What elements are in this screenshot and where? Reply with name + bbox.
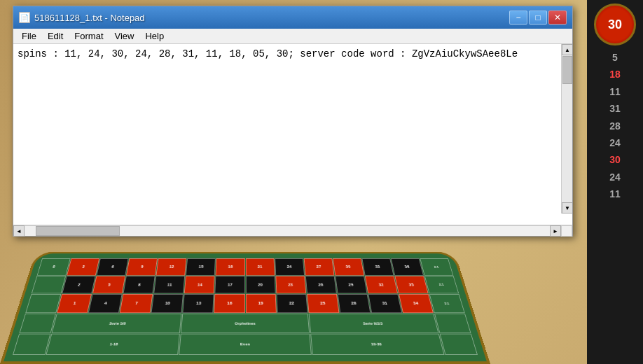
scroll-down-arrow[interactable]: ▼ [562, 202, 572, 214]
roulette-grid: 0 3 6 9 12 15 18 21 24 27 30 33 36 2:1 2… [13, 258, 478, 355]
roulette-cell: 30 [333, 258, 364, 275]
roulette-cell: 2:1 [429, 294, 465, 313]
notepad-window: 📄 518611128_1.txt - Notepad − □ ✕ File E… [13, 6, 573, 237]
roulette-cell: 13 [183, 294, 214, 313]
roulette-cell: 6 [97, 258, 129, 275]
notepad-icon: 📄 [19, 12, 30, 23]
wheel-number-4: 31 [609, 101, 621, 116]
window-title: 518611128_1.txt - Notepad [34, 13, 145, 23]
roulette-cell: 34 [399, 294, 434, 313]
roulette-cell [440, 334, 478, 355]
roulette-cell: 5 [92, 276, 125, 293]
menu-bar: File Edit Format View Help [13, 29, 572, 44]
vertical-scrollbar[interactable]: ▲ ▼ [561, 44, 572, 214]
roulette-cell: Serie 5/8 [52, 314, 182, 333]
scroll-h-thumb[interactable] [36, 226, 120, 236]
roulette-cell: 0 [37, 258, 71, 275]
roulette-cell: 27 [303, 258, 334, 275]
roulette-cell: 21 [245, 258, 275, 275]
wheel-number-3: 11 [609, 84, 621, 99]
title-bar: 📄 518611128_1.txt - Notepad − □ ✕ [13, 6, 572, 29]
roulette-cell: 9 [126, 258, 158, 275]
roulette-cell: 36 [391, 258, 424, 275]
roulette-cell: 2:1 [420, 258, 453, 275]
wheel-current-number: 30 [608, 18, 622, 32]
roulette-cell: 35 [394, 276, 428, 293]
roulette-cell: 2:1 [424, 276, 459, 293]
scroll-left-arrow[interactable]: ◄ [13, 225, 25, 237]
roulette-cell: 31 [368, 294, 402, 313]
menu-format[interactable]: Format [69, 29, 109, 43]
wheel-number-8: 24 [609, 169, 621, 185]
roulette-cell: 19-36 [310, 334, 445, 355]
close-button[interactable]: ✕ [548, 10, 567, 24]
roulette-cell: Orphelines [181, 314, 310, 333]
roulette-cell: 22 [276, 294, 307, 313]
scroll-corner [561, 225, 572, 237]
roulette-cell: Even [179, 334, 311, 355]
roulette-cell: 14 [184, 276, 215, 293]
roulette-cell: 1 [57, 294, 92, 313]
wheel-number-6: 24 [609, 135, 621, 150]
roulette-cell [32, 276, 66, 293]
roulette-cell [13, 334, 50, 355]
title-bar-controls: − □ ✕ [509, 10, 567, 24]
wheel-circle: 30 [594, 4, 636, 46]
horizontal-scrollbar-row: ◄ ► [13, 225, 572, 236]
roulette-cell: 19 [245, 294, 276, 313]
roulette-cell: 2 [62, 276, 95, 293]
roulette-cell: 16 [214, 294, 245, 313]
roulette-cell: 12 [156, 258, 187, 275]
roulette-cell: 18 [216, 258, 245, 275]
roulette-cell: 29 [335, 276, 367, 293]
roulette-cell [25, 294, 61, 313]
roulette-cell [434, 314, 471, 333]
roulette-table: 0 3 6 9 12 15 18 21 24 27 30 33 36 2:1 2… [0, 252, 490, 364]
roulette-cell: 3 [67, 258, 99, 275]
roulette-cell: 8 [123, 276, 155, 293]
roulette-cell: 7 [120, 294, 153, 313]
minimize-button[interactable]: − [509, 10, 527, 24]
wheel-number-7: 30 [609, 152, 621, 167]
maximize-button[interactable]: □ [529, 10, 547, 24]
scroll-v-track[interactable] [562, 55, 572, 202]
menu-help[interactable]: Help [139, 29, 170, 43]
wheel-number-5: 28 [609, 118, 621, 134]
roulette-cell: Serie 0/2/3 [308, 314, 438, 333]
roulette-cell: 26 [305, 276, 337, 293]
wheel-side-panel: 30 5 18 11 31 28 24 30 24 11 [587, 0, 643, 364]
roulette-cell: 25 [307, 294, 339, 313]
menu-edit[interactable]: Edit [42, 29, 69, 43]
title-bar-left: 📄 518611128_1.txt - Notepad [19, 12, 145, 23]
roulette-cell: 4 [88, 294, 123, 313]
roulette-cell: 10 [151, 294, 184, 313]
roulette-cell: 15 [186, 258, 216, 275]
roulette-cell: 1-18 [46, 334, 180, 355]
roulette-cell: 28 [338, 294, 371, 313]
editor-content[interactable]: spins : 11, 24, 30, 24, 28, 31, 11, 18, … [13, 44, 572, 225]
roulette-cell: 17 [215, 276, 245, 293]
scroll-h-track[interactable] [25, 225, 550, 236]
scroll-v-thumb[interactable] [562, 56, 572, 84]
wheel-number-1: 5 [612, 50, 618, 65]
roulette-cell [19, 314, 56, 333]
roulette-cell: 32 [365, 276, 398, 293]
roulette-cell: 33 [361, 258, 394, 275]
menu-file[interactable]: File [16, 29, 42, 43]
scroll-up-arrow[interactable]: ▲ [562, 44, 572, 55]
scroll-right-arrow[interactable]: ► [550, 225, 561, 237]
wheel-number-9: 11 [609, 186, 621, 202]
menu-view[interactable]: View [109, 29, 140, 43]
roulette-cell: 20 [245, 276, 275, 293]
roulette-cell: 23 [275, 276, 306, 293]
editor-text: spins : 11, 24, 30, 24, 28, 31, 11, 18, … [18, 47, 568, 62]
roulette-cell: 24 [275, 258, 305, 275]
roulette-cell: 11 [153, 276, 185, 293]
wheel-number-2: 18 [609, 66, 621, 82]
